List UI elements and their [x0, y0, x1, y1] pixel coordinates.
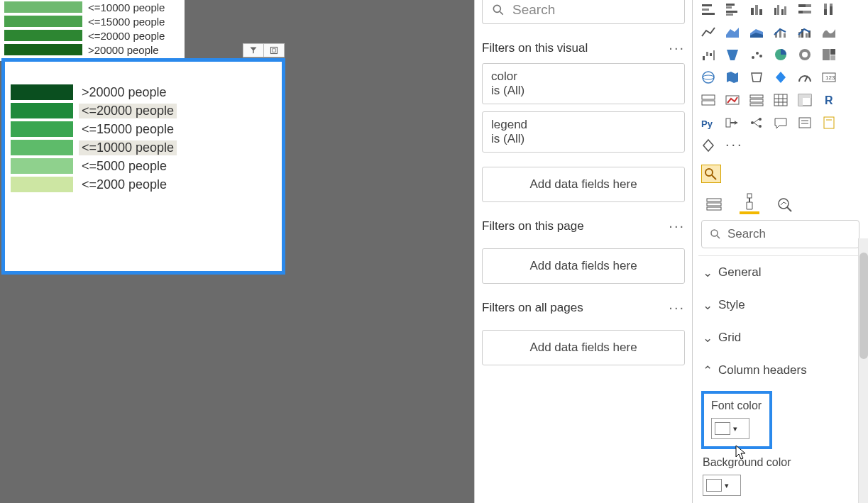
viz-paginated-icon[interactable]: [819, 114, 839, 132]
viz-scatter-icon[interactable]: [747, 45, 767, 64]
svg-rect-88: [707, 207, 721, 210]
section-general[interactable]: ⌄General: [698, 256, 862, 289]
selected-visual[interactable]: >20000 people <=20000 people <=15000 peo…: [1, 58, 285, 275]
viz-kpi-icon[interactable]: [723, 91, 742, 109]
viz-arcgis-icon[interactable]: [698, 136, 718, 155]
svg-rect-49: [830, 55, 835, 60]
viz-filled-map-icon[interactable]: [723, 68, 742, 87]
svg-rect-12: [755, 5, 758, 15]
legend-swatch: [11, 84, 73, 100]
viz-matrix-icon[interactable]: [795, 91, 815, 109]
svg-rect-61: [774, 94, 787, 106]
filter-card[interactable]: legend is (All): [482, 111, 685, 153]
svg-point-41: [752, 56, 754, 59]
visualization-gallery: 123 R Py ···: [698, 0, 862, 155]
legend-label: >20000 people: [79, 85, 170, 100]
more-icon[interactable]: ···: [669, 218, 685, 234]
viz-100stacked-column-icon[interactable]: [819, 0, 839, 18]
legend-row: <=15000 people: [4, 14, 180, 28]
more-icon[interactable]: ···: [669, 40, 685, 56]
viz-python-icon[interactable]: Py: [698, 114, 718, 132]
legend-swatch: [11, 103, 73, 118]
viz-narrative-icon[interactable]: [795, 114, 815, 132]
svg-line-3: [500, 11, 503, 14]
viz-line-icon[interactable]: [698, 23, 718, 41]
svg-rect-6: [702, 13, 715, 15]
svg-rect-17: [784, 6, 786, 15]
svg-rect-48: [830, 49, 835, 55]
viz-clustered-bar-icon[interactable]: [723, 0, 742, 18]
legend-row: <=5000 people: [11, 157, 276, 175]
section-column-headers[interactable]: ⌃Column headers: [698, 354, 862, 387]
svg-rect-56: [702, 101, 715, 105]
more-icon[interactable]: ···: [669, 299, 685, 316]
viz-funnel-icon[interactable]: [723, 45, 742, 64]
visual-toolbar: [243, 42, 287, 59]
viz-slicer-icon[interactable]: [747, 91, 767, 109]
viz-table-icon[interactable]: [771, 91, 791, 109]
section-style[interactable]: ⌄Style: [698, 289, 862, 321]
viz-pie-icon[interactable]: [771, 45, 791, 64]
chevron-down-icon: ⌄: [701, 331, 714, 346]
add-fields-page[interactable]: Add data fields here: [482, 248, 685, 284]
viz-stacked-area-icon[interactable]: [747, 23, 767, 41]
report-canvas[interactable]: <=10000 people <=15000 people <=20000 pe…: [0, 0, 474, 503]
viz-stacked-bar-icon[interactable]: [698, 0, 718, 18]
viz-r-icon[interactable]: R: [819, 91, 839, 109]
viz-qa-icon[interactable]: [771, 114, 791, 132]
svg-rect-89: [747, 194, 752, 198]
svg-text:R: R: [825, 94, 833, 106]
chevron-up-icon: ⌃: [701, 363, 714, 378]
tab-fields-icon[interactable]: [704, 194, 724, 214]
viz-azure-map-icon[interactable]: [771, 68, 791, 87]
legend-label: <=10000 people: [88, 1, 165, 13]
add-fields-label: Add data fields here: [529, 177, 637, 191]
selected-viz-indicator: [701, 165, 862, 183]
svg-rect-4: [702, 4, 712, 6]
viz-treemap-icon[interactable]: [819, 45, 839, 64]
viz-clustered-column-icon[interactable]: [771, 0, 791, 18]
viz-area-icon[interactable]: [723, 23, 742, 41]
visual-focus-icon[interactable]: [263, 43, 285, 57]
tab-format-icon[interactable]: [740, 194, 759, 214]
scrollbar[interactable]: [858, 238, 868, 503]
format-accordion: ⌄General ⌄Style ⌄Grid ⌃Column headers Fo…: [698, 255, 862, 496]
viz-custom-icon[interactable]: [701, 165, 721, 183]
filters-search[interactable]: Search: [482, 0, 685, 24]
viz-donut-icon[interactable]: [795, 45, 815, 64]
viz-line-clustered-icon[interactable]: [795, 23, 815, 41]
svg-rect-47: [823, 49, 830, 60]
svg-point-78: [759, 125, 762, 128]
add-fields-all[interactable]: Add data fields here: [482, 330, 685, 365]
viz-waterfall-icon[interactable]: [698, 45, 718, 64]
svg-rect-31: [784, 33, 786, 38]
viz-stacked-column-icon[interactable]: [747, 0, 767, 18]
section-label: Style: [718, 298, 745, 312]
search-placeholder: Search: [727, 227, 766, 241]
filter-card[interactable]: color is (All): [482, 63, 685, 104]
viz-100stacked-bar-icon[interactable]: [795, 0, 815, 18]
svg-rect-23: [824, 9, 827, 15]
viz-card-icon[interactable]: 123: [819, 68, 839, 87]
viz-gauge-icon[interactable]: [795, 68, 815, 87]
viz-line-column-icon[interactable]: [771, 23, 791, 41]
tab-analytics-icon[interactable]: [775, 194, 795, 214]
font-color-picker[interactable]: ▾: [711, 418, 749, 439]
svg-rect-0: [271, 48, 278, 54]
viz-multirow-card-icon[interactable]: [698, 91, 718, 109]
visual-filter-icon[interactable]: [243, 43, 264, 57]
viz-more-icon[interactable]: ···: [725, 136, 744, 155]
scrollbar-thumb[interactable]: [859, 253, 868, 359]
section-label: Filters on this page: [482, 219, 584, 233]
background-color-picker[interactable]: ▾: [703, 475, 741, 496]
legend-row: >20000 people: [11, 83, 276, 101]
viz-decomposition-icon[interactable]: [747, 114, 767, 132]
format-search[interactable]: Search: [701, 220, 859, 248]
viz-shape-map-icon[interactable]: [747, 68, 767, 87]
add-fields-visual[interactable]: Add data fields here: [482, 167, 685, 202]
search-placeholder: Search: [512, 2, 555, 18]
viz-key-influencers-icon[interactable]: [723, 114, 742, 132]
viz-ribbon-icon[interactable]: [819, 23, 839, 41]
viz-map-icon[interactable]: [698, 68, 718, 87]
section-grid[interactable]: ⌄Grid: [698, 321, 862, 354]
